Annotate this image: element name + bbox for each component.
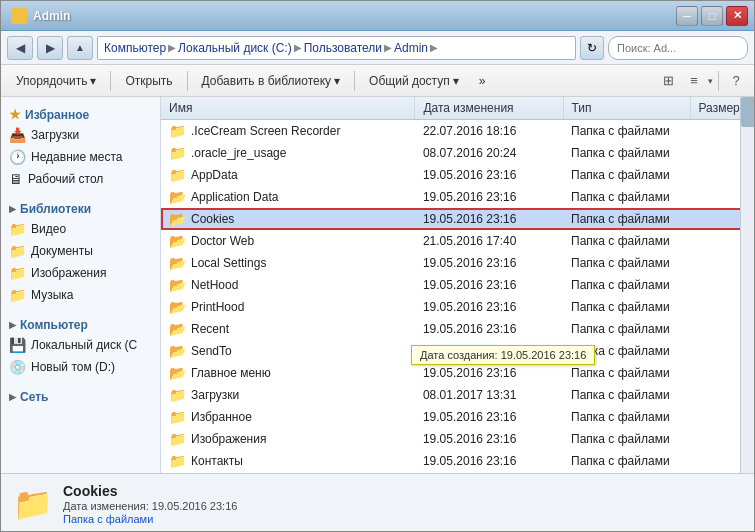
file-name-cell[interactable]: 📁 Контакты: [161, 450, 415, 472]
col-type[interactable]: Тип: [563, 97, 690, 120]
file-type: Папка с файлами: [563, 252, 690, 274]
table-row[interactable]: 📁 Контакты 19.05.2016 23:16 Папка с файл…: [161, 450, 754, 472]
volume-icon: 💿: [9, 359, 26, 375]
file-name: Cookies: [191, 212, 234, 226]
toolbar-sep1: [110, 71, 111, 91]
back-button[interactable]: ◀: [7, 36, 33, 60]
file-type: Папка с файлами: [563, 362, 690, 384]
file-name-cell[interactable]: 📂 Recent: [161, 318, 415, 340]
file-date: 21.05.2016 17:40: [415, 230, 563, 252]
sidebar-item-music[interactable]: 📁 Музыка: [1, 284, 160, 306]
sidebar-libraries-header[interactable]: ▶ Библиотеки: [1, 198, 160, 218]
table-row[interactable]: 📁 AppData 19.05.2016 23:16 Папка с файла…: [161, 164, 754, 186]
sidebar-item-docs[interactable]: 📁 Документы: [1, 240, 160, 262]
table-row[interactable]: 📂 Recent 19.05.2016 23:16 Папка с файлам…: [161, 318, 754, 340]
breadcrumb-computer[interactable]: Компьютер: [104, 41, 166, 55]
breadcrumb-admin[interactable]: Admin: [394, 41, 428, 55]
table-row[interactable]: 📂 Главное меню 19.05.2016 23:16 Папка с …: [161, 362, 754, 384]
toolbar: Упорядочить ▾ Открыть Добавить в библиот…: [1, 65, 754, 97]
minimize-button[interactable]: ─: [676, 6, 698, 26]
sidebar-network-header[interactable]: ▶ Сеть: [1, 386, 160, 406]
file-name-cell[interactable]: 📁 Загрузки: [161, 384, 415, 406]
desktop-label: Рабочий стол: [28, 172, 103, 186]
up-button[interactable]: ▲: [67, 36, 93, 60]
help-button[interactable]: ?: [724, 69, 748, 93]
table-row[interactable]: 📂 PrintHood 19.05.2016 23:16 Папка с фай…: [161, 296, 754, 318]
more-button[interactable]: »: [470, 69, 495, 93]
table-row[interactable]: 📂 Cookies 19.05.2016 23:16 Папка с файла…: [161, 208, 754, 230]
share-button[interactable]: Общий доступ ▾: [360, 69, 468, 93]
file-name-cell[interactable]: 📂 Главное меню: [161, 362, 415, 384]
file-name-cell[interactable]: 📁 Изображения: [161, 428, 415, 450]
maximize-button[interactable]: □: [701, 6, 723, 26]
organize-arrow: ▾: [90, 74, 96, 88]
file-date: 19.05.2016 23:16: [415, 208, 563, 230]
main-area: ★ Избранное 📥 Загрузки 🕐 Недавние места …: [1, 97, 754, 473]
table-row[interactable]: 📁 Избранное 19.05.2016 23:16 Папка с фай…: [161, 406, 754, 428]
file-name-cell[interactable]: 📂 Cookies: [161, 208, 415, 230]
status-type[interactable]: Папка с файлами: [63, 513, 237, 525]
sidebar-item-images[interactable]: 📁 Изображения: [1, 262, 160, 284]
file-name-cell[interactable]: 📂 Local Settings: [161, 252, 415, 274]
view-details-button[interactable]: ≡: [682, 69, 706, 93]
col-date[interactable]: Дата изменения: [415, 97, 563, 120]
file-name-cell[interactable]: 📁 AppData: [161, 164, 415, 186]
file-type: Папка с файлами: [563, 428, 690, 450]
file-name-cell[interactable]: 📁 Избранное: [161, 406, 415, 428]
file-area[interactable]: Имя Дата изменения Тип Размер 📁 .IceCrea…: [161, 97, 754, 473]
table-row[interactable]: 📂 Application Data 19.05.2016 23:16 Папк…: [161, 186, 754, 208]
file-name-cell[interactable]: 📂 NetHood: [161, 274, 415, 296]
sep4: ▶: [430, 42, 438, 53]
breadcrumb-users[interactable]: Пользователи: [304, 41, 382, 55]
share-label: Общий доступ: [369, 74, 450, 88]
sidebar-computer-header[interactable]: ▶ Компьютер: [1, 314, 160, 334]
video-label: Видео: [31, 222, 66, 236]
forward-button[interactable]: ▶: [37, 36, 63, 60]
file-name-cell[interactable]: 📂 Doctor Web: [161, 230, 415, 252]
breadcrumb-bar[interactable]: Компьютер ▶ Локальный диск (C:) ▶ Пользо…: [97, 36, 576, 60]
file-name: NetHood: [191, 278, 238, 292]
sidebar-item-downloads[interactable]: 📥 Загрузки: [1, 124, 160, 146]
organize-button[interactable]: Упорядочить ▾: [7, 69, 105, 93]
table-row[interactable]: 📂 Local Settings 19.05.2016 23:16 Папка …: [161, 252, 754, 274]
view-tiles-button[interactable]: ⊞: [656, 69, 680, 93]
sidebar-item-video[interactable]: 📁 Видео: [1, 218, 160, 240]
sidebar-item-recent[interactable]: 🕐 Недавние места: [1, 146, 160, 168]
sep1: ▶: [168, 42, 176, 53]
scrollbar[interactable]: [740, 97, 754, 473]
close-button[interactable]: ✕: [726, 6, 748, 26]
sidebar-item-local-disk[interactable]: 💾 Локальный диск (C: [1, 334, 160, 356]
file-type: Папка с файлами: [563, 384, 690, 406]
file-folder-icon: 📁: [169, 453, 186, 469]
file-table: Имя Дата изменения Тип Размер 📁 .IceCrea…: [161, 97, 754, 472]
file-name: Избранное: [191, 410, 252, 424]
view-arrow[interactable]: ▾: [708, 76, 713, 86]
open-label: Открыть: [125, 74, 172, 88]
file-date: 22.07.2016 18:16: [415, 120, 563, 143]
file-name-cell[interactable]: 📂 SendTo: [161, 340, 415, 362]
table-row[interactable]: 📁 Изображения 19.05.2016 23:16 Папка с ф…: [161, 428, 754, 450]
search-input[interactable]: [608, 36, 748, 60]
col-name[interactable]: Имя: [161, 97, 415, 120]
file-name-cell[interactable]: 📂 PrintHood: [161, 296, 415, 318]
refresh-button[interactable]: ↻: [580, 36, 604, 60]
breadcrumb-disk[interactable]: Локальный диск (C:): [178, 41, 292, 55]
video-folder-icon: 📁: [9, 221, 26, 237]
scrollbar-thumb[interactable]: [741, 97, 754, 127]
open-button[interactable]: Открыть: [116, 69, 181, 93]
file-name-cell[interactable]: 📁 .IceCream Screen Recorder: [161, 120, 415, 143]
table-row[interactable]: 📁 .oracle_jre_usage 08.07.2016 20:24 Пап…: [161, 142, 754, 164]
table-row[interactable]: 📂 Doctor Web 21.05.2016 17:40 Папка с фа…: [161, 230, 754, 252]
table-row[interactable]: 📁 Загрузки 08.01.2017 13:31 Папка с файл…: [161, 384, 754, 406]
sidebar-favorites-header[interactable]: ★ Избранное: [1, 103, 160, 124]
add-library-button[interactable]: Добавить в библиотеку ▾: [193, 69, 350, 93]
sidebar-item-new-volume[interactable]: 💿 Новый том (D:): [1, 356, 160, 378]
file-name: .IceCream Screen Recorder: [191, 124, 340, 138]
table-row[interactable]: 📁 .IceCream Screen Recorder 22.07.2016 1…: [161, 120, 754, 143]
file-date: 08.07.2016 20:24: [415, 142, 563, 164]
file-name-cell[interactable]: 📁 .oracle_jre_usage: [161, 142, 415, 164]
file-name-cell[interactable]: 📂 Application Data: [161, 186, 415, 208]
sidebar-item-desktop[interactable]: 🖥 Рабочий стол: [1, 168, 160, 190]
table-row[interactable]: 📂 NetHood 19.05.2016 23:16 Папка с файла…: [161, 274, 754, 296]
file-name: Recent: [191, 322, 229, 336]
